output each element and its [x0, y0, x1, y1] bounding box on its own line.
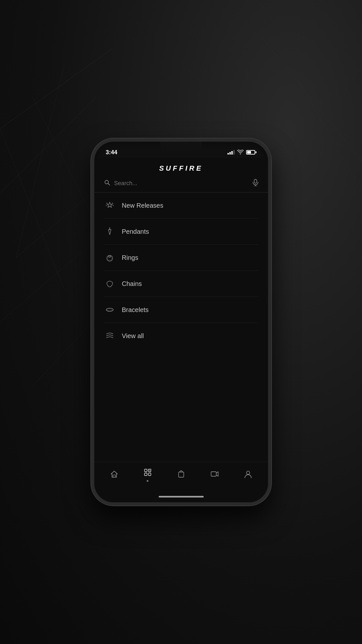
svg-point-24 — [107, 309, 112, 311]
nav-active-dot — [147, 480, 148, 482]
bracelets-label: Bracelets — [122, 306, 149, 314]
svg-rect-31 — [179, 472, 184, 477]
bottom-nav — [94, 462, 268, 491]
svg-line-0 — [0, 48, 113, 129]
menu-list: New Releases Pendants — [94, 193, 268, 462]
chains-label: Chains — [122, 280, 142, 288]
svg-point-33 — [246, 471, 250, 474]
svg-rect-28 — [144, 473, 147, 476]
svg-rect-25 — [113, 475, 116, 477]
rings-label: Rings — [122, 254, 138, 261]
svg-line-5 — [0, 129, 64, 290]
mic-icon[interactable] — [253, 179, 258, 188]
rings-icon — [104, 252, 116, 263]
video-icon — [210, 469, 219, 480]
chains-icon — [104, 278, 116, 289]
nav-item-videos[interactable] — [205, 467, 224, 483]
search-input[interactable] — [114, 180, 249, 187]
svg-rect-16 — [254, 179, 257, 183]
pendants-label: Pendants — [122, 228, 149, 235]
wifi-icon — [237, 150, 244, 155]
svg-rect-29 — [148, 473, 151, 476]
view-all-icon — [104, 330, 116, 342]
home-indicator — [94, 491, 268, 502]
cart-icon — [177, 469, 186, 480]
pendants-icon — [104, 226, 116, 237]
menu-item-rings[interactable]: Rings — [104, 245, 258, 271]
svg-rect-32 — [211, 472, 216, 476]
nav-item-profile[interactable] — [238, 467, 258, 483]
svg-line-8 — [257, 32, 362, 161]
menu-item-new-releases[interactable]: New Releases — [104, 193, 258, 219]
svg-line-15 — [108, 184, 110, 185]
view-all-label: View all — [122, 332, 144, 340]
phone-frame: 3:44 — [91, 138, 271, 506]
nav-item-cart[interactable] — [172, 467, 191, 483]
svg-line-7 — [16, 64, 64, 258]
home-icon — [110, 469, 119, 480]
battery-icon — [246, 150, 256, 155]
notch — [160, 142, 202, 151]
categories-icon — [143, 468, 152, 479]
nav-item-categories[interactable] — [138, 465, 157, 484]
signal-icon — [227, 150, 235, 155]
menu-item-bracelets[interactable]: Bracelets — [104, 297, 258, 323]
bracelets-icon — [104, 304, 116, 316]
profile-icon — [244, 469, 253, 480]
search-container[interactable] — [94, 173, 268, 193]
app-title: SUFFIRE — [159, 164, 203, 172]
svg-line-13 — [257, 0, 362, 129]
svg-rect-26 — [144, 469, 147, 472]
new-releases-label: New Releases — [122, 202, 163, 209]
svg-line-1 — [0, 97, 97, 193]
menu-item-chains[interactable]: Chains — [104, 271, 258, 297]
app-header: SUFFIRE — [94, 158, 268, 173]
status-icons — [227, 150, 256, 155]
menu-item-view-all[interactable]: View all — [104, 323, 258, 349]
new-releases-icon — [104, 200, 116, 211]
status-time: 3:44 — [106, 149, 117, 156]
nav-item-home[interactable] — [105, 467, 124, 483]
screen: SUFFIRE — [94, 158, 268, 502]
home-bar — [159, 496, 204, 497]
svg-point-21 — [108, 256, 112, 260]
menu-item-pendants[interactable]: Pendants — [104, 219, 258, 245]
svg-line-10 — [290, 64, 362, 193]
search-icon — [104, 179, 110, 187]
